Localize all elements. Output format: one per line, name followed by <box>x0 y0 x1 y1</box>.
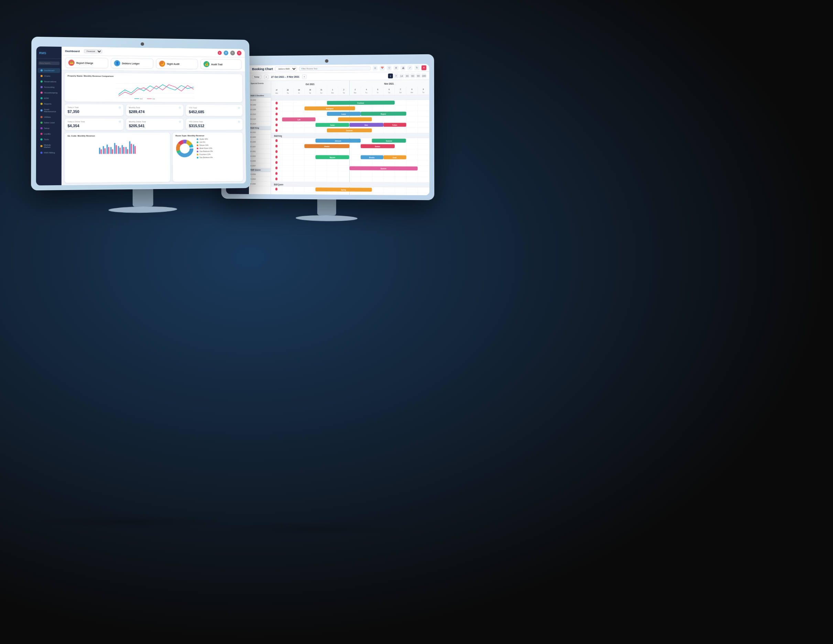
sidebar-item-module-market[interactable]: Module Market <box>37 143 60 150</box>
filter-icon-btn[interactable]: ▽ <box>387 66 392 71</box>
room-row-b1112: B-1112 <box>249 117 271 121</box>
print-icon-btn[interactable]: 🖶 <box>400 66 405 71</box>
view-14-btn[interactable]: 14 <box>399 74 404 78</box>
sidebar-item-dashboard[interactable]: Dashboard <box>38 68 61 73</box>
sidebar-item-reports[interactable]: Reports <box>37 101 60 106</box>
svg-text:5: 5 <box>377 88 378 90</box>
monitor-1-screen: RMS Dashboard Charts <box>36 47 246 186</box>
settings-icon-btn-2[interactable]: ⚙ <box>394 66 399 71</box>
view-60-btn[interactable]: 60 <box>410 74 415 78</box>
legend-studio: Studio 40% <box>197 138 213 140</box>
view-7-btn[interactable]: 7 <box>394 74 399 78</box>
sidebar-dot-dashboard <box>40 69 43 71</box>
booking-chart-area: Special Events B&B 2 Doubles B-1003 B-10… <box>249 80 429 195</box>
svg-point-129 <box>275 129 277 132</box>
sidebar-item-setup[interactable]: Setup <box>37 126 60 130</box>
sidebar-label-asset: Asset Maintenance <box>44 108 58 112</box>
close-icon-btn[interactable]: ✕ <box>237 51 242 56</box>
svg-rect-11 <box>105 148 106 154</box>
room-row-b1006: B-1006 <box>249 103 271 107</box>
sidebar-dot-billing <box>40 151 42 154</box>
night-audit-label: Night Audit <box>167 63 180 65</box>
sidebar-item-reservations[interactable]: Reservations <box>38 79 61 84</box>
svg-rect-8 <box>99 148 100 154</box>
svg-point-36 <box>180 144 189 153</box>
sidebar-item-accounting[interactable]: Accounting <box>38 85 61 90</box>
financial-select[interactable]: Financial <box>84 49 102 54</box>
calendar-icon-btn[interactable]: 📅 <box>380 66 384 71</box>
group-bb2doubles: B&B 2 Doubles <box>249 94 271 98</box>
settings-icon-btn[interactable]: ⚙ <box>224 50 228 55</box>
svg-rect-16 <box>114 143 116 154</box>
legend-deluxe: Deluxe 16% <box>197 144 213 146</box>
svg-rect-23 <box>127 149 128 154</box>
sidebar-item-housekeeping[interactable]: Housekeeping <box>37 90 60 95</box>
sidebar-item-rms-billing[interactable]: RMS Billing <box>37 150 60 155</box>
sidebar-dot-reservations <box>40 80 43 82</box>
quick-card-night-audit[interactable]: 🌙 Night Audit <box>156 58 198 69</box>
sidebar-item-sales-lead[interactable]: Sales Lead <box>37 120 60 125</box>
quick-card-report-charge[interactable]: 💳 Report Charge <box>65 58 108 68</box>
quick-card-debtors-ledger[interactable]: 👤 Debtors Ledger <box>111 58 153 69</box>
legend-label-studio: Studio 40% <box>199 138 208 140</box>
room-row-b1007: B-1007 <box>249 145 270 149</box>
svg-rect-17 <box>116 145 117 154</box>
today-button[interactable]: Today <box>252 75 261 79</box>
svg-text:9: 9 <box>423 88 424 90</box>
view-30-btn[interactable]: 30 <box>405 74 410 78</box>
svg-point-113 <box>275 113 277 116</box>
quick-card-audit-trail[interactable]: 💰 Audit Trail <box>200 59 242 70</box>
booking-nav-bar: Today ‹ 27 Oct 2021 – 9 Nov 2021 › 1 7 1… <box>249 72 429 81</box>
metric-value-today: $7,350 <box>68 109 120 113</box>
maximize-icon-btn[interactable]: ⤢ <box>407 65 412 70</box>
gantt-grid-area: Oct 2021 Nov 2021 <box>271 80 429 195</box>
svg-text:Cohen: Cohen <box>392 124 397 126</box>
group-bbqueen: B&B Queen <box>249 168 270 172</box>
view-1-btn[interactable]: 1 <box>388 74 393 78</box>
sidebar-item-tools[interactable]: Tools <box>37 137 60 141</box>
svg-text:Nov 2021: Nov 2021 <box>384 82 394 85</box>
room-row-b1502: B-1502 <box>249 154 270 159</box>
legend-dot-unit <box>197 141 198 143</box>
room-row-b1008: B-1008 <box>249 107 271 112</box>
sidebar-label-housekeeping: Housekeeping <box>44 92 58 94</box>
svg-rect-12 <box>106 145 108 154</box>
sidebar-label-edm: EDM <box>44 97 49 99</box>
room-type-chart-title: Room Type: Monthly Revenue <box>175 135 240 137</box>
chats-button[interactable]: 2 <box>218 51 222 55</box>
group-bbking: B&B King <box>249 126 271 130</box>
room-row-b1506: B-1506 <box>249 181 270 186</box>
sidebar-item-utilities[interactable]: Utilities <box>37 115 60 120</box>
view-90-btn[interactable]: 90 <box>416 73 421 78</box>
revenue-chart-title: Property Name: Monthly Revenue Compariso… <box>68 75 240 78</box>
sidebar-label-setup: Setup <box>44 127 50 129</box>
sidebar-item-charts[interactable]: Charts <box>38 74 61 79</box>
metric-label-today-online: Today's Online Total ⬡ <box>68 120 120 123</box>
sidebar-item-asset-maintenance[interactable]: Asset Maintenance <box>37 107 60 114</box>
refresh-icon-btn-2[interactable]: ↻ <box>415 65 420 70</box>
map-icon-btn[interactable]: ⊙ <box>373 66 378 71</box>
room-filter-input[interactable] <box>299 66 371 71</box>
monitor-2-body: RMS Dashboard Charts Reservations Accoun… <box>221 54 434 200</box>
view-180-btn[interactable]: 180 <box>421 73 426 78</box>
svg-text:4: 4 <box>366 88 367 91</box>
sidebar-item-loyalty[interactable]: Loyalty <box>37 131 60 136</box>
gl-bar-chart-svg <box>68 138 167 156</box>
svg-text:1: 1 <box>332 88 333 91</box>
sidebar-dot-reports <box>40 103 43 105</box>
svg-text:Herz: Herz <box>364 124 368 126</box>
property-select[interactable]: Jablons B&B <box>275 66 297 71</box>
date-range-display: 27 Oct 2021 – 9 Nov 2021 <box>271 75 299 78</box>
svg-rect-86 <box>271 95 429 100</box>
refresh-icon-btn[interactable]: ↻ <box>230 50 235 55</box>
svg-rect-9 <box>100 149 102 154</box>
prev-date-button[interactable]: ‹ <box>264 75 268 79</box>
svg-point-151 <box>275 161 277 164</box>
sidebar-search-input[interactable] <box>39 61 60 65</box>
metrics-row-2: Today's Online Total ⬡ $4,354 Monthly On… <box>64 118 243 130</box>
close-icon-btn-2[interactable]: ✕ <box>421 65 426 70</box>
sidebar-item-edm[interactable]: EDM <box>37 96 60 101</box>
svg-rect-20 <box>122 145 123 154</box>
svg-text:Johnson: Johnson <box>335 140 341 142</box>
next-date-button[interactable]: › <box>302 74 307 79</box>
